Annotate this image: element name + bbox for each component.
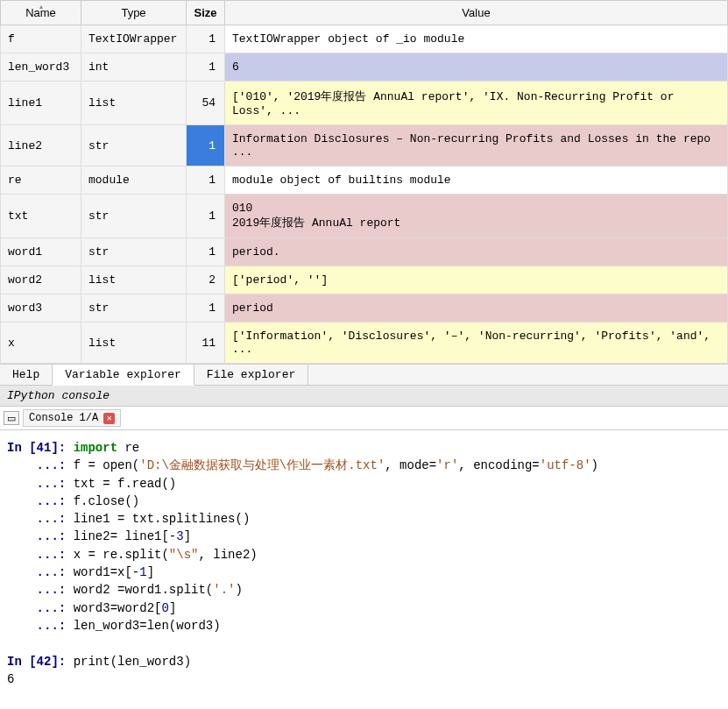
table-row[interactable]: line1list54['010', '2019年度报告 AnnuAl repo… — [1, 82, 728, 125]
cell-type: list — [81, 266, 187, 294]
new-console-button[interactable]: ▭ — [4, 411, 19, 425]
cell-value: ['010', '2019年度报告 AnnuAl report', 'IX. N… — [225, 82, 728, 125]
cell-size: 2 — [187, 266, 225, 294]
cell-value: TextIOWrapper object of _io module — [225, 25, 728, 53]
cell-name: word1 — [1, 238, 81, 266]
cell-name: txt — [1, 195, 81, 238]
variable-explorer-table[interactable]: ▴Name Type Size Value fTextIOWrapper1Tex… — [0, 0, 728, 364]
column-header-value[interactable]: Value — [225, 1, 728, 25]
cell-size: 1 — [187, 167, 225, 195]
close-icon[interactable]: ✕ — [103, 413, 115, 424]
cell-value: 010 2019年度报告 AnnuAl report — [225, 195, 728, 238]
cell-name: len_word3 — [1, 53, 81, 82]
ipython-console-header: IPython console — [0, 386, 728, 407]
cell-value: 6 — [225, 53, 728, 82]
column-header-type[interactable]: Type — [81, 1, 187, 25]
cell-value: module object of builtins module — [225, 167, 728, 195]
cell-size: 1 — [187, 238, 225, 266]
table-row[interactable]: word1str1period. — [1, 238, 728, 266]
cell-size: 1 — [187, 53, 225, 82]
cell-value: period — [225, 294, 728, 323]
cell-size: 11 — [187, 323, 225, 364]
cell-name: line2 — [1, 125, 81, 167]
cell-name: word2 — [1, 266, 81, 294]
table-row[interactable]: remodule1module object of builtins modul… — [1, 167, 728, 195]
cell-name: f — [1, 25, 81, 53]
cell-type: str — [81, 294, 187, 323]
cell-size: 1 — [187, 195, 225, 238]
table-row[interactable]: word2list2['period', ''] — [1, 266, 728, 294]
cell-size: 1 — [187, 294, 225, 323]
cell-size: 1 — [187, 25, 225, 53]
console-tab-label: Console 1/A — [29, 412, 98, 424]
cell-value: ['Information', 'Disclosures', '–', 'Non… — [225, 323, 728, 364]
table-row[interactable]: txtstr1010 2019年度报告 AnnuAl report — [1, 195, 728, 238]
cell-type: list — [81, 323, 187, 364]
cell-type: str — [81, 238, 187, 266]
cell-type: TextIOWrapper — [81, 25, 187, 53]
console-tab[interactable]: Console 1/A ✕ — [23, 409, 121, 427]
column-header-size[interactable]: Size — [187, 1, 225, 25]
column-header-name[interactable]: ▴Name — [1, 1, 81, 25]
sort-caret-icon: ▴ — [39, 3, 43, 11]
table-row[interactable]: xlist11['Information', 'Disclosures', '–… — [1, 323, 728, 364]
cell-name: re — [1, 167, 81, 195]
cell-value: Information Disclosures – Non-recurring … — [225, 125, 728, 167]
cell-type: str — [81, 125, 187, 167]
cell-type: list — [81, 82, 187, 125]
tab-variable-explorer[interactable]: Variable explorer — [53, 365, 194, 386]
console-output[interactable]: In [41]: import re ...: f = open('D:\金融数… — [0, 430, 728, 697]
cell-value: ['period', ''] — [225, 266, 728, 294]
bottom-tabs: Help Variable explorer File explorer — [0, 364, 728, 386]
cell-type: module — [81, 167, 187, 195]
cell-type: int — [81, 53, 187, 82]
cell-size: 54 — [187, 82, 225, 125]
table-row[interactable]: len_word3int16 — [1, 53, 728, 82]
cell-name: x — [1, 323, 81, 364]
cell-type: str — [81, 195, 187, 238]
tab-file-explorer[interactable]: File explorer — [194, 365, 308, 385]
cell-value: period. — [225, 238, 728, 266]
table-row[interactable]: line2str1Information Disclosures – Non-r… — [1, 125, 728, 167]
table-row[interactable]: word3str1period — [1, 294, 728, 323]
cell-name: word3 — [1, 294, 81, 323]
tab-help[interactable]: Help — [0, 365, 53, 385]
cell-size: 1 — [187, 125, 225, 167]
console-tab-bar: ▭ Console 1/A ✕ — [0, 407, 728, 430]
table-row[interactable]: fTextIOWrapper1TextIOWrapper object of _… — [1, 25, 728, 53]
cell-name: line1 — [1, 82, 81, 125]
